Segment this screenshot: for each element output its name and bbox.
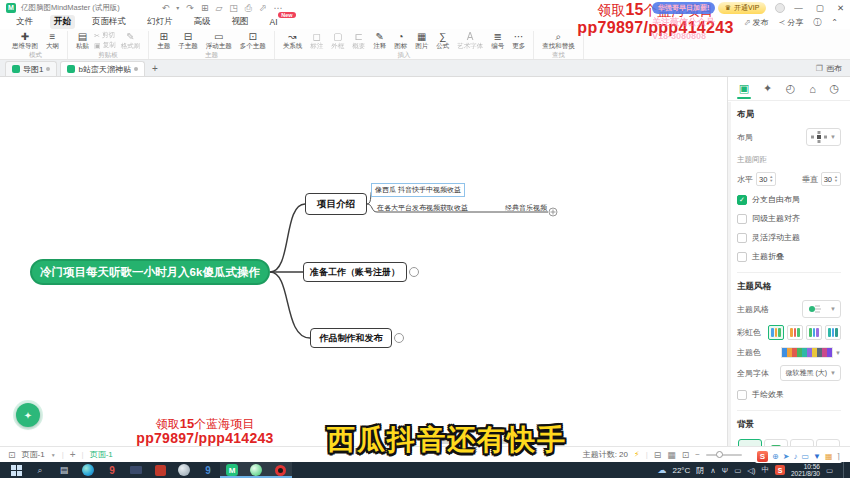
save-icon[interactable]: ◳ <box>229 3 238 13</box>
vertical-spacing-stepper[interactable]: 30 ▲▼ <box>821 172 841 186</box>
rainbow-swatch-1[interactable] <box>768 325 784 340</box>
checkbox-branch-free-layout[interactable]: ✓ 分支自由布局 <box>737 194 841 205</box>
sogou-logo-icon[interactable]: S <box>757 451 768 462</box>
taskbar-app-red9[interactable]: 9 <box>100 462 124 478</box>
subtopic-classic-music[interactable]: 经典音乐视频 <box>505 203 547 213</box>
weather-condition[interactable]: 阴 <box>696 465 704 476</box>
cut-button[interactable]: ✂ 剪切 <box>94 31 116 40</box>
more-insert-button[interactable]: ⋯ 更多 <box>509 31 528 50</box>
ime-skin-icon[interactable]: ⊕ <box>772 452 779 462</box>
style-icon[interactable]: ⌂ <box>807 80 818 98</box>
branch-topic-intro[interactable]: 项目介绍 <box>305 193 367 215</box>
stepper-arrows-icon[interactable]: ▲▼ <box>769 175 773 183</box>
add-page-button[interactable]: + <box>70 449 76 460</box>
publish-button[interactable]: ⬀发布 <box>744 17 769 28</box>
collapse-ribbon-button[interactable]: ⌃ <box>831 18 838 27</box>
subtopic-platforms[interactable]: 在各大平台发布视频获取收益 <box>377 203 468 213</box>
help-button[interactable]: ⓘ <box>813 17 821 28</box>
redo-icon[interactable]: ↷ <box>186 3 194 13</box>
share-button[interactable]: ≺分享 <box>779 17 804 28</box>
topic-button[interactable]: ⊞ 主题 <box>154 31 173 50</box>
taskbar-app-greenball[interactable] <box>244 462 268 478</box>
page-preview-icon[interactable]: ⊟ <box>654 450 662 460</box>
theme-color-dropdown[interactable]: ▼ <box>781 347 841 358</box>
paste-button[interactable]: ▤ 粘贴 <box>73 31 92 50</box>
taskbar-app-laptop[interactable] <box>124 462 148 478</box>
subtopic-button[interactable]: ⊟ 子主题 <box>175 31 201 50</box>
search-button[interactable]: ⌕ <box>28 462 52 478</box>
checkbox-align-sibling-topics[interactable]: 同级主题对齐 <box>737 213 841 224</box>
volume-icon[interactable]: ◁) <box>747 466 755 475</box>
weather-cloud-icon[interactable]: ☁ <box>657 465 666 475</box>
document-tab-1[interactable]: 导图1 <box>5 61 57 76</box>
fit-screen-icon[interactable]: ⊡ <box>682 450 690 460</box>
rainbow-swatch-3[interactable] <box>806 325 822 340</box>
zoom-out-button[interactable]: − <box>695 450 700 459</box>
open-file-icon[interactable]: ▱ <box>215 3 222 13</box>
format-painter-button[interactable]: ✎ 格式刷 <box>118 31 144 50</box>
subtopic-hovered[interactable]: 像西瓜 抖音快手中视频收益 <box>371 183 465 197</box>
taskbar-app-red-square[interactable] <box>148 462 172 478</box>
hidden-icons-chevron[interactable]: ∧ <box>710 466 716 475</box>
summary-button[interactable]: ⊏ 概要 <box>349 31 368 50</box>
document-tab-2[interactable]: b站蛮天溜神贴 <box>60 61 144 76</box>
theme-style-dropdown[interactable]: ▼ <box>802 300 841 318</box>
insert-icon-button[interactable]: ◔ 图标 <box>391 31 410 50</box>
presentation-icon[interactable]: ⊡ <box>8 450 16 460</box>
tab-ai[interactable]: AI New <box>266 16 282 28</box>
ime-filter-icon[interactable]: ▼ <box>813 452 821 462</box>
layout-dropdown[interactable]: ▼ <box>806 128 841 146</box>
tab-close-dot[interactable] <box>46 67 50 71</box>
tab-page-style[interactable]: 页面样式 <box>88 15 130 29</box>
wordart-button[interactable]: A 艺术字体 <box>454 31 486 50</box>
mindmap-canvas[interactable]: 冷门项目每天听歌一小时月入6k傻瓜式操作 项目介绍 准备工作（账号注册） 作品制… <box>0 77 727 446</box>
taskbar-app-blue9[interactable]: 9 <box>196 462 220 478</box>
user-avatar[interactable] <box>775 3 785 13</box>
ime-mode-indicator[interactable]: 中 <box>761 465 769 475</box>
new-file-icon[interactable]: ⊞ <box>201 3 209 13</box>
tab-file[interactable]: 文件 <box>12 15 37 29</box>
formula-button[interactable]: ∑ 公式 <box>433 31 452 50</box>
floating-action-button[interactable]: ✦ <box>16 403 40 427</box>
microphone-icon[interactable]: Ψ <box>722 466 728 475</box>
tab-advanced[interactable]: 高级 <box>190 15 215 29</box>
bg-texture-option[interactable]: ▦ 纹理 <box>789 439 815 446</box>
show-desktop-button[interactable] <box>843 462 846 478</box>
start-button[interactable] <box>4 462 28 478</box>
rainbow-swatch-2[interactable] <box>787 325 803 340</box>
tab-home[interactable]: 开始 <box>50 15 75 29</box>
sogou-tray-icon[interactable]: S <box>775 465 785 475</box>
upgrade-bolt-icon[interactable]: ⚡ <box>634 450 640 459</box>
more-icon[interactable]: ⋯ <box>274 3 283 13</box>
multi-topic-button[interactable]: ⊡ 多个主题 <box>237 31 269 50</box>
boundary-button[interactable]: ▢ 外框 <box>328 31 347 50</box>
ime-toolbox-icon[interactable]: ▦ <box>825 452 833 462</box>
current-page-label[interactable]: 页面-1 <box>90 449 113 460</box>
undo-icon[interactable]: ↶ <box>162 3 170 13</box>
ime-collapse-icon[interactable]: ⌉ <box>836 452 839 462</box>
page-selector[interactable]: 页面-1 <box>22 449 45 460</box>
find-replace-button[interactable]: ⌕ 查找和替换 <box>539 31 578 50</box>
recent-icon[interactable]: ◷ <box>827 79 841 98</box>
tab-close-dot[interactable] <box>134 67 138 71</box>
zoom-slider[interactable] <box>706 454 742 456</box>
minimize-button[interactable]: — <box>794 3 803 13</box>
horizontal-spacing-stepper[interactable]: 30 ▲▼ <box>756 172 776 186</box>
clock[interactable]: 10:56 2021/8/30 <box>791 463 820 477</box>
bg-picture-option[interactable]: ◪ 图片 <box>815 439 841 446</box>
ime-cursor-icon[interactable]: ➤ <box>783 452 790 462</box>
taskbar-app-sphere[interactable] <box>172 462 196 478</box>
zoom-slider-knob[interactable] <box>716 451 723 458</box>
history-icon[interactable]: ◴ <box>784 79 798 98</box>
picture-button[interactable]: ▦ 图片 <box>412 31 431 50</box>
taskbar-app-recorder[interactable] <box>268 462 292 478</box>
callout-button[interactable]: ◻ 标注 <box>307 31 326 50</box>
export-icon[interactable]: ⬀ <box>259 3 267 13</box>
comment-button[interactable]: ✎ 注释 <box>370 31 389 50</box>
copy-button[interactable]: ▣ 复制 <box>94 41 116 50</box>
central-topic[interactable]: 冷门项目每天听歌一小时月入6k傻瓜式操作 <box>30 259 270 285</box>
tab-slideshow[interactable]: 幻灯片 <box>143 15 177 29</box>
horizontal-scrollbar[interactable] <box>437 439 563 444</box>
taskbar-app-edge[interactable] <box>76 462 100 478</box>
maximize-button[interactable]: ▢ <box>816 3 824 13</box>
